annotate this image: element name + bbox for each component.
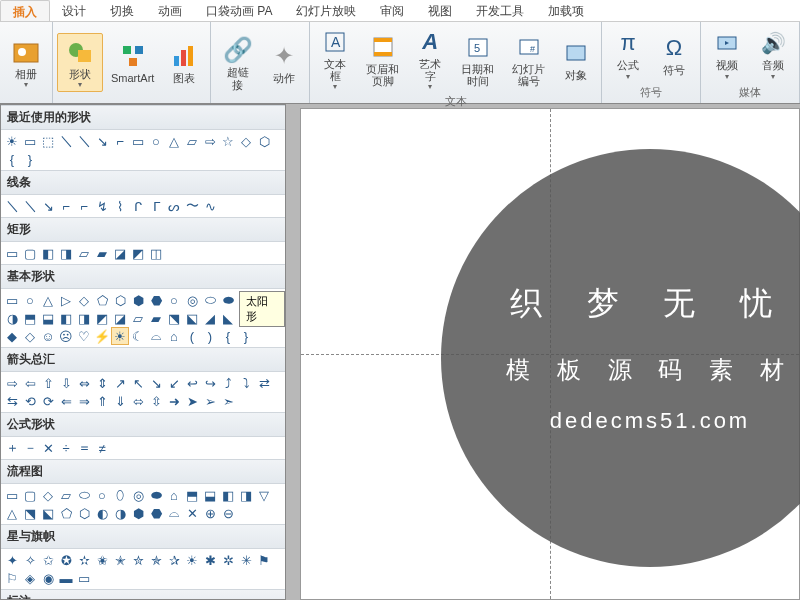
shape-item[interactable]: 〜 [183,197,201,215]
shape-item[interactable]: ⬠ [57,504,75,522]
shape-item[interactable]: ⇦ [21,374,39,392]
shape-item[interactable]: ⌓ [147,327,165,345]
shape-item[interactable]: ⬒ [21,309,39,327]
shape-item[interactable]: ⬣ [147,291,165,309]
tab-pa[interactable]: 口袋动画 PA [194,0,284,21]
tab-animations[interactable]: 动画 [146,0,194,21]
shape-item[interactable]: ⬢ [129,291,147,309]
shape-item[interactable]: ◇ [39,486,57,504]
shape-item[interactable]: ◆ [3,327,21,345]
shape-item[interactable]: ✯ [147,551,165,569]
shape-item[interactable]: ○ [147,132,165,150]
shape-item[interactable]: ⬣ [147,504,165,522]
shape-item[interactable]: ᒋ [129,197,147,215]
slide-canvas[interactable]: 织 梦 无 忧 模 板 源 码 素 材 dedecms51.com [300,108,800,600]
shape-item[interactable]: ⇨ [3,374,21,392]
shape-item[interactable]: ⬔ [21,504,39,522]
shape-item[interactable]: ☹ [57,327,75,345]
shape-item[interactable]: ↪ [201,374,219,392]
shape-item[interactable]: ⌂ [165,327,183,345]
shape-item[interactable]: ᔕ [165,197,183,215]
shape-item[interactable]: ◉ [39,569,57,587]
shape-item[interactable]: ⊖ [219,504,237,522]
equation-button[interactable]: π 公式▾ [606,25,650,82]
shape-item[interactable]: { [3,150,21,168]
shape-item[interactable]: ⌓ [165,504,183,522]
shape-item[interactable]: ↘ [147,374,165,392]
shape-item[interactable]: ▱ [75,244,93,262]
shape-item[interactable]: △ [39,291,57,309]
shape-item[interactable]: ▢ [21,244,39,262]
shape-item[interactable]: ✱ [201,551,219,569]
shape-item[interactable]: ↘ [93,132,111,150]
shape-item[interactable]: ⬬ [219,291,237,309]
symbol-button[interactable]: Ω 符号 [652,30,696,78]
shape-item[interactable]: ◈ [21,569,39,587]
shape-item[interactable]: ⬭ [201,291,219,309]
shape-item[interactable]: ▰ [93,244,111,262]
shape-item[interactable]: } [21,150,39,168]
shape-item[interactable]: ▷ [57,291,75,309]
object-button[interactable]: 对象 [555,35,597,83]
shape-item[interactable]: ⬕ [183,309,201,327]
shape-item[interactable]: ⇕ [93,374,111,392]
shape-item[interactable]: ♡ [75,327,93,345]
shape-item[interactable]: { [219,327,237,345]
shape-item[interactable]: ⬭ [75,486,93,504]
shape-item[interactable]: ◧ [57,309,75,327]
shape-item[interactable]: ＼ [75,132,93,150]
shape-item[interactable]: ⚐ [3,569,21,587]
shape-item[interactable]: ☾ [129,327,147,345]
shape-item[interactable]: － [21,439,39,457]
shape-item[interactable]: ◫ [147,244,165,262]
shape-item[interactable]: △ [3,504,21,522]
shape-item[interactable]: ✫ [75,551,93,569]
shape-item[interactable]: ＋ [3,439,21,457]
shape-item[interactable]: ⇄ [255,374,273,392]
shape-item[interactable]: ◎ [129,486,147,504]
shape-item[interactable]: ↙ [165,374,183,392]
shape-item[interactable]: ⌂ [165,486,183,504]
shape-item[interactable]: ⬓ [39,309,57,327]
shape-item[interactable]: ▱ [183,132,201,150]
shape-item[interactable]: ◨ [237,486,255,504]
shape-item[interactable]: ▭ [3,291,21,309]
shape-item[interactable]: ⬄ [129,392,147,410]
shape-item[interactable]: ᒥ [147,197,165,215]
tab-slideshow[interactable]: 幻灯片放映 [284,0,368,21]
shape-item[interactable]: ↘ [39,197,57,215]
wordart-button[interactable]: A 艺术字▾ [409,24,451,93]
shape-item[interactable]: ▰ [147,309,165,327]
shape-item[interactable]: ▽ [255,486,273,504]
shape-item[interactable]: ◇ [21,327,39,345]
shape-item[interactable]: ◪ [111,244,129,262]
shape-item[interactable]: ⚡ [93,327,111,345]
shape-item[interactable]: ✩ [39,551,57,569]
shape-item[interactable]: ↩ [183,374,201,392]
shape-item[interactable]: ⇆ [3,392,21,410]
shape-item[interactable]: ▭ [21,132,39,150]
shape-item[interactable]: ◩ [93,309,111,327]
shape-item[interactable]: ▭ [129,132,147,150]
shape-item[interactable]: ➣ [219,392,237,410]
hyperlink-button[interactable]: 🔗 超链接 [215,32,260,92]
shape-item[interactable]: ⌐ [75,197,93,215]
shape-item[interactable]: ▱ [57,486,75,504]
shape-item[interactable]: ➜ [165,392,183,410]
shape-item[interactable]: ▭ [3,486,21,504]
shape-item[interactable]: ➤ [183,392,201,410]
shape-item[interactable]: ⬡ [111,291,129,309]
shape-item[interactable]: ✰ [165,551,183,569]
shape-item[interactable]: ◪ [111,309,129,327]
shape-item[interactable]: ↗ [111,374,129,392]
shape-item[interactable]: ⌐ [57,197,75,215]
shape-item[interactable]: ⇔ [75,374,93,392]
shape-item[interactable]: ◨ [75,309,93,327]
shape-item[interactable]: ◨ [57,244,75,262]
tab-addins[interactable]: 加载项 [536,0,596,21]
shape-item[interactable]: ✲ [219,551,237,569]
shape-item[interactable]: ◐ [93,504,111,522]
shape-item[interactable]: ▭ [3,244,21,262]
shape-item[interactable]: ✕ [183,504,201,522]
shape-item[interactable]: ◑ [3,309,21,327]
